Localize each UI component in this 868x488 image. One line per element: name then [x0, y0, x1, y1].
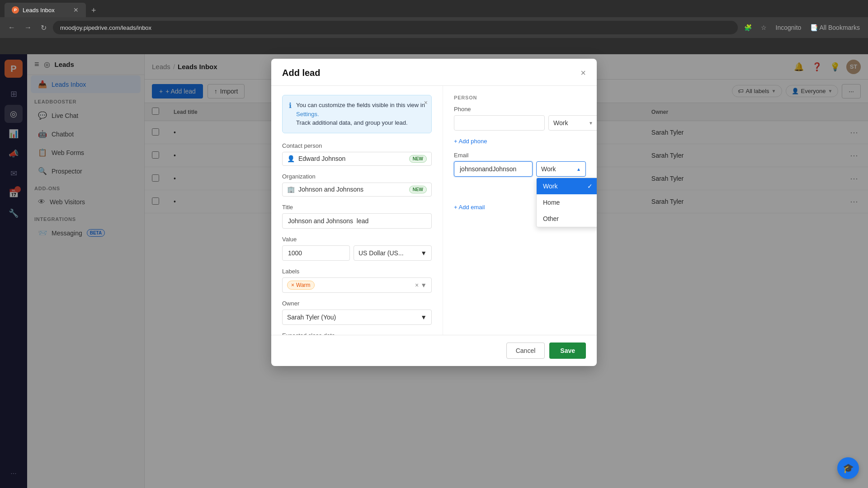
owner-chevron: ▼	[420, 314, 427, 321]
active-tab[interactable]: P Leads Inbox ✕	[5, 3, 86, 17]
add-email-label: + Add email	[454, 204, 485, 211]
organization-label: Organization	[282, 173, 432, 180]
labels-field[interactable]: × Warm × ▼	[282, 277, 432, 293]
organization-field[interactable]: 🏢 Johnson and Johnsons NEW	[282, 183, 432, 197]
dropdown-item-work[interactable]: Work ✓	[537, 178, 597, 194]
settings-link[interactable]: Settings.	[296, 111, 319, 117]
phone-type-label: Work	[553, 119, 568, 127]
modal-close-button[interactable]: ×	[580, 68, 586, 78]
incognito-button[interactable]: Incognito	[773, 22, 804, 33]
labels-group: Labels × Warm × ▼	[282, 268, 432, 293]
address-bar[interactable]	[53, 21, 738, 34]
dropdown-home-label: Home	[543, 199, 560, 206]
currency-select[interactable]: US Dollar (US... ▼	[354, 245, 432, 261]
modal-body: ℹ You can customize the fields visible i…	[271, 86, 597, 335]
dropdown-item-other[interactable]: Other	[537, 211, 597, 227]
title-group: Title	[282, 204, 432, 229]
label-tag-text: Warm	[296, 282, 311, 288]
labels-label: Labels	[282, 268, 432, 275]
add-phone-button[interactable]: + Add phone	[454, 138, 487, 145]
dropdown-work-label: Work	[543, 183, 557, 190]
contact-person-field[interactable]: 👤 Edward Johnson NEW	[282, 152, 432, 166]
phone-label: Phone	[454, 106, 586, 113]
info-banner-close-button[interactable]: ×	[424, 99, 428, 106]
owner-value: Sarah Tyler (You)	[287, 314, 336, 321]
info-banner: ℹ You can customize the fields visible i…	[282, 95, 432, 133]
contact-person-icon: 👤	[287, 155, 295, 162]
owner-group: Owner Sarah Tyler (You) ▼	[282, 300, 432, 325]
tab-title: Leads Inbox	[23, 7, 55, 14]
add-lead-modal: Add lead × ℹ You can customize the field…	[271, 59, 597, 366]
save-button[interactable]: Save	[549, 343, 586, 359]
labels-dropdown-button[interactable]: ▼	[420, 282, 427, 289]
modal-right-panel: PERSON Phone Work ▼ + Add phone	[443, 86, 597, 335]
title-input[interactable]	[282, 213, 432, 229]
labels-clear-button[interactable]: ×	[415, 282, 419, 289]
cancel-button[interactable]: Cancel	[506, 343, 545, 359]
modal-overlay: Add lead × ℹ You can customize the field…	[0, 54, 868, 488]
dropdown-item-home[interactable]: Home	[537, 194, 597, 211]
person-section-label: PERSON	[454, 95, 586, 100]
currency-chevron: ▼	[420, 249, 427, 257]
label-tag-x[interactable]: ×	[291, 282, 294, 288]
value-group: Value US Dollar (US... ▼	[282, 236, 432, 261]
phone-input[interactable]	[454, 115, 545, 131]
owner-select[interactable]: Sarah Tyler (You) ▼	[282, 310, 432, 325]
info-icon: ℹ	[289, 101, 292, 127]
value-amount-input[interactable]	[282, 245, 350, 261]
phone-type-select[interactable]: Work ▼	[548, 115, 597, 131]
info-banner-text: You can customize the fields visible in …	[296, 101, 425, 127]
dropdown-other-label: Other	[543, 215, 559, 222]
email-type-select[interactable]: Work ▲	[536, 161, 586, 177]
modal-title: Add lead	[282, 68, 320, 78]
contact-person-name: Edward Johnson	[298, 155, 406, 162]
organization-icon: 🏢	[287, 186, 295, 193]
email-section: Email Work ▲	[454, 152, 586, 177]
owner-label: Owner	[282, 300, 432, 307]
org-new-badge: NEW	[409, 186, 427, 193]
value-label: Value	[282, 236, 432, 243]
chat-support-button[interactable]: 🎓	[837, 457, 859, 479]
add-phone-label: + Add phone	[454, 138, 487, 145]
email-input-wrap	[454, 161, 533, 177]
organization-group: Organization 🏢 Johnson and Johnsons NEW	[282, 173, 432, 197]
warm-label-tag: × Warm	[287, 281, 315, 290]
add-email-button[interactable]: + Add email	[454, 204, 485, 211]
title-label: Title	[282, 204, 432, 211]
phone-group: Phone Work ▼	[454, 106, 586, 131]
nav-refresh-button[interactable]: ↻	[38, 22, 49, 34]
contact-new-badge: NEW	[409, 155, 427, 163]
dropdown-work-check: ✓	[587, 183, 593, 190]
organization-name: Johnson and Johnsons	[298, 186, 406, 193]
email-row: Work ▲ Work ✓ Home	[454, 161, 586, 177]
labels-controls: × ▼	[415, 282, 427, 289]
extensions-button[interactable]: 🧩	[741, 22, 755, 33]
email-type-label: Work	[541, 165, 556, 173]
contact-person-group: Contact person 👤 Edward Johnson NEW	[282, 142, 432, 166]
currency-label: US Dollar (US...	[359, 249, 404, 257]
email-input[interactable]	[454, 161, 533, 177]
phone-type-chevron: ▼	[589, 121, 593, 126]
email-label: Email	[454, 152, 586, 159]
modal-header: Add lead ×	[271, 59, 597, 86]
email-type-dropdown: Work ✓ Home Other	[536, 178, 597, 227]
bookmarks-button[interactable]: 📑 All Bookmarks	[807, 22, 863, 33]
tab-favicon: P	[12, 6, 19, 14]
email-type-chevron: ▲	[576, 167, 581, 172]
email-type-wrapper: Work ▲ Work ✓ Home	[536, 161, 586, 177]
tab-close-btn[interactable]: ✕	[73, 6, 79, 14]
modal-footer: Cancel Save	[271, 335, 597, 366]
modal-left-panel: ℹ You can customize the fields visible i…	[271, 86, 443, 335]
new-tab-button[interactable]: +	[88, 4, 100, 17]
contact-person-label: Contact person	[282, 142, 432, 149]
nav-forward-button[interactable]: →	[22, 22, 34, 33]
star-button[interactable]: ☆	[758, 22, 769, 33]
phone-row: Work ▼	[454, 115, 586, 131]
nav-back-button[interactable]: ←	[5, 22, 18, 33]
